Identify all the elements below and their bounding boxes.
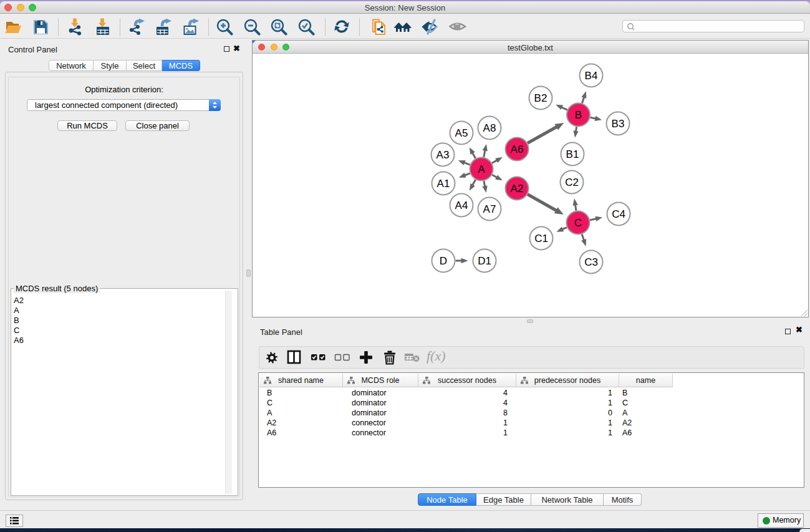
svg-text:C1: C1 [534, 233, 548, 244]
svg-text:A3: A3 [436, 149, 450, 161]
svg-text:C: C [574, 217, 582, 229]
svg-text:B: B [575, 109, 582, 121]
svg-text:B1: B1 [566, 148, 579, 160]
svg-text:B2: B2 [534, 92, 547, 104]
svg-text:A1: A1 [437, 178, 450, 190]
svg-text:D: D [440, 255, 447, 267]
svg-text:A7: A7 [483, 203, 496, 215]
svg-text:A: A [478, 163, 485, 175]
svg-text:B3: B3 [612, 118, 625, 130]
svg-text:A8: A8 [483, 122, 496, 134]
svg-text:B4: B4 [585, 70, 598, 82]
svg-text:A6: A6 [511, 143, 524, 155]
svg-text:C3: C3 [584, 256, 598, 268]
svg-text:A5: A5 [455, 127, 468, 139]
svg-text:A4: A4 [455, 200, 468, 211]
svg-text:C2: C2 [565, 177, 579, 188]
svg-text:C4: C4 [612, 208, 625, 220]
svg-text:A2: A2 [511, 183, 524, 195]
svg-text:D1: D1 [478, 255, 491, 267]
